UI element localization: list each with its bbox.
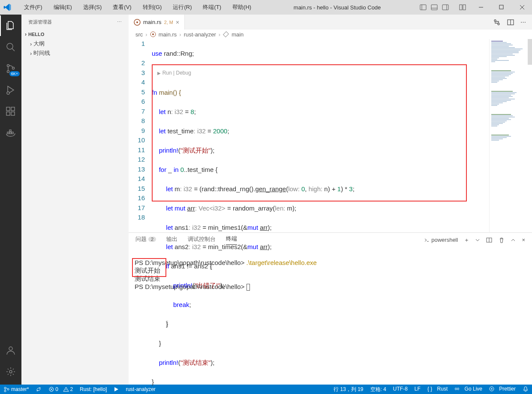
- menu-help[interactable]: 帮助(H): [228, 2, 255, 13]
- maximize-panel-icon[interactable]: [511, 238, 516, 243]
- svg-point-26: [9, 347, 12, 350]
- svg-point-31: [498, 23, 499, 25]
- editor-pane: main.rs 2, M × ⋯ src› main.rs› rust-anal…: [129, 15, 532, 385]
- code-editor[interactable]: 123456789101112131415161718 use rand::Rn…: [129, 39, 532, 232]
- svg-rect-0: [420, 5, 426, 10]
- tab-filename: main.rs: [143, 19, 162, 25]
- window-maximize-icon[interactable]: [492, 0, 511, 15]
- svg-rect-20: [11, 112, 15, 115]
- chevron-right-icon: ›: [25, 31, 27, 37]
- menu-goto[interactable]: 转到(G): [138, 2, 166, 13]
- code-content[interactable]: use rand::Rng; ▶ Run | Debug fn main() {…: [152, 39, 489, 232]
- more-actions-icon[interactable]: ⋯: [520, 19, 526, 25]
- svg-rect-6: [460, 5, 462, 10]
- status-problems[interactable]: 0 2: [45, 385, 76, 394]
- status-branch[interactable]: master*: [0, 385, 32, 394]
- close-panel-icon[interactable]: ×: [522, 237, 525, 243]
- menu-edit[interactable]: 编辑(E): [49, 2, 76, 13]
- activity-explorer-icon[interactable]: [0, 15, 21, 36]
- tab-close-icon[interactable]: ×: [176, 19, 179, 26]
- activity-docker-icon[interactable]: [0, 123, 21, 143]
- terminal-cursor: [246, 284, 250, 291]
- svg-point-16: [12, 67, 15, 69]
- window-title: main.rs - hello - Visual Studio Code: [256, 4, 418, 11]
- svg-point-27: [9, 370, 12, 373]
- rust-file-icon: [150, 31, 156, 37]
- status-notifications-icon[interactable]: [519, 386, 532, 392]
- sidebar-section-timeline[interactable]: ›时间线: [21, 48, 129, 58]
- svg-point-12: [7, 43, 13, 49]
- menu-view[interactable]: 查看(V): [108, 2, 135, 13]
- layout-bottom-icon[interactable]: [430, 3, 439, 12]
- bottom-panel: 问题2 输出 调试控制台 终端 powershell ＋ × PS D:\mys…: [129, 232, 532, 385]
- more-icon[interactable]: ⋯: [117, 19, 122, 25]
- svg-rect-4: [442, 5, 448, 10]
- status-rust-project[interactable]: Rust: [hello]: [76, 385, 110, 394]
- svg-point-41: [7, 388, 9, 390]
- minimap[interactable]: [489, 39, 532, 232]
- menu-run[interactable]: 运行(R): [168, 2, 196, 13]
- svg-point-29: [136, 21, 138, 23]
- svg-rect-22: [7, 132, 9, 134]
- layout-right-icon[interactable]: [441, 3, 450, 12]
- svg-rect-24: [12, 132, 13, 134]
- svg-rect-19: [6, 112, 10, 115]
- status-sync[interactable]: [32, 385, 45, 394]
- split-editor-icon[interactable]: [507, 18, 514, 26]
- sidebar-header: 资源管理器 ⋯: [21, 15, 129, 30]
- kill-terminal-icon[interactable]: [499, 237, 505, 243]
- menu-bar: 文件(F) 编辑(E) 选择(S) 查看(V) 转到(G) 运行(R) 终端(T…: [15, 2, 255, 13]
- vscode-logo-icon: [0, 3, 15, 12]
- minimap-scroll[interactable]: [528, 39, 532, 65]
- play-icon: ▶: [157, 71, 161, 75]
- menu-terminal[interactable]: 终端(T): [198, 2, 225, 13]
- svg-rect-2: [431, 5, 437, 10]
- compare-changes-icon[interactable]: [493, 18, 501, 26]
- status-prettier[interactable]: Prettier: [486, 386, 519, 392]
- svg-rect-21: [11, 107, 15, 111]
- chevron-right-icon: ›: [30, 41, 32, 47]
- rust-file-icon: [134, 19, 141, 26]
- tab-main-rs[interactable]: main.rs 2, M ×: [129, 15, 185, 30]
- sidebar-section-outline[interactable]: ›大纲: [21, 39, 129, 48]
- layout-left-icon[interactable]: [419, 3, 427, 12]
- menu-file[interactable]: 文件(F): [20, 2, 47, 13]
- sidebar: 资源管理器 ⋯ ›HELLO ›大纲 ›时间线: [21, 15, 129, 385]
- svg-point-17: [7, 92, 9, 94]
- activity-run-icon[interactable]: [0, 80, 21, 100]
- activity-search-icon[interactable]: [0, 37, 21, 57]
- window-minimize-icon[interactable]: [471, 0, 491, 15]
- sidebar-section-hello[interactable]: ›HELLO: [21, 30, 129, 39]
- chevron-right-icon: ›: [30, 50, 32, 57]
- svg-rect-18: [6, 107, 10, 111]
- svg-rect-36: [223, 32, 229, 37]
- sidebar-title: 资源管理器: [28, 19, 52, 25]
- svg-rect-23: [9, 132, 11, 134]
- activity-settings-icon[interactable]: [0, 361, 21, 382]
- codelens-run-debug[interactable]: Run | Debug: [162, 70, 191, 76]
- svg-point-40: [4, 390, 6, 392]
- layout-grid-icon[interactable]: [458, 3, 467, 12]
- svg-rect-25: [9, 130, 11, 132]
- svg-point-15: [7, 71, 9, 73]
- scm-badge: 6K+: [9, 71, 20, 76]
- highlight-box-terminal: [132, 258, 166, 277]
- svg-point-35: [152, 33, 154, 35]
- svg-line-13: [12, 48, 15, 51]
- svg-rect-7: [463, 5, 466, 10]
- title-bar: 文件(F) 编辑(E) 选择(S) 查看(V) 转到(G) 运行(R) 终端(T…: [0, 0, 532, 15]
- line-gutter: 123456789101112131415161718: [129, 39, 152, 232]
- window-close-icon[interactable]: [512, 0, 532, 15]
- activity-scm-icon[interactable]: 6K+: [0, 58, 21, 79]
- svg-point-14: [7, 65, 9, 67]
- svg-point-39: [4, 387, 6, 389]
- svg-rect-9: [499, 5, 503, 9]
- menu-select[interactable]: 选择(S): [79, 2, 106, 13]
- activity-extensions-icon[interactable]: [0, 101, 21, 122]
- breadcrumb[interactable]: src› main.rs› rust-analyzer› main: [129, 30, 532, 39]
- svg-point-30: [494, 20, 496, 21]
- terminal[interactable]: PS D:\mysetup\gopath\rustcode\hello> .\t…: [129, 247, 532, 385]
- activity-account-icon[interactable]: [0, 340, 21, 361]
- editor-tabs: main.rs 2, M × ⋯: [129, 15, 532, 30]
- status-play[interactable]: [110, 385, 122, 394]
